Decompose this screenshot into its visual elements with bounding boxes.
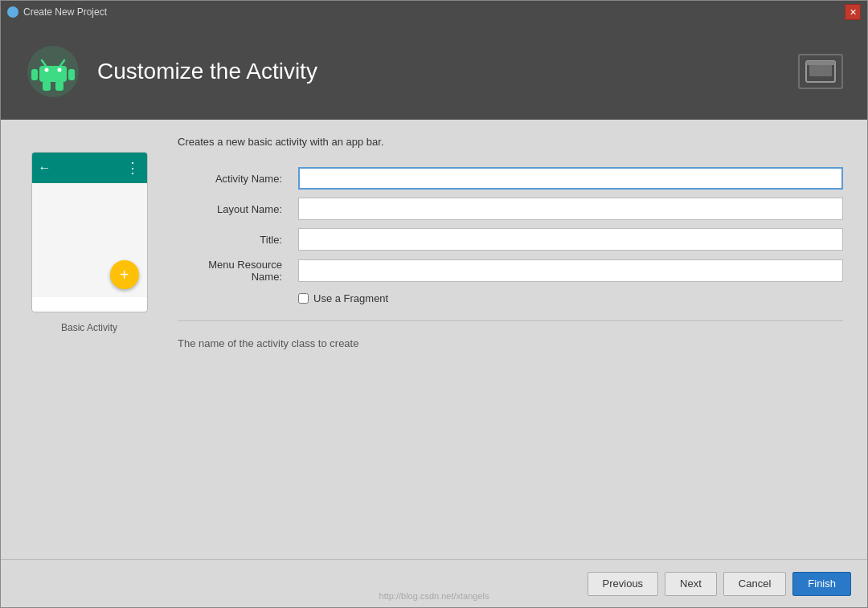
fragment-checkbox-row: Use a Fragment bbox=[298, 292, 843, 304]
phone-app-bar: ← ⋮ bbox=[32, 153, 147, 183]
svg-rect-8 bbox=[43, 81, 51, 91]
left-panel: ← ⋮ + Basic Activity bbox=[25, 136, 154, 543]
svg-point-2 bbox=[45, 68, 49, 72]
svg-point-3 bbox=[58, 68, 62, 72]
svg-rect-1 bbox=[39, 66, 67, 82]
use-fragment-checkbox[interactable] bbox=[298, 293, 309, 304]
svg-rect-12 bbox=[806, 61, 835, 65]
phone-content-area: + bbox=[32, 183, 147, 297]
form-grid: Activity Name: Layout Name: Title: Menu … bbox=[178, 167, 843, 283]
phone-mockup: ← ⋮ + bbox=[31, 152, 148, 312]
activity-type-label: Basic Activity bbox=[61, 322, 117, 333]
menu-resource-input[interactable] bbox=[298, 259, 843, 282]
window-title: Create New Project bbox=[23, 6, 107, 18]
phone-menu-icon: ⋮ bbox=[125, 159, 141, 177]
main-window: Create New Project ✕ Customize the Activ… bbox=[0, 0, 868, 608]
svg-rect-7 bbox=[68, 69, 75, 80]
close-button[interactable]: ✕ bbox=[845, 4, 861, 20]
svg-rect-6 bbox=[31, 69, 38, 80]
header: Customize the Activity bbox=[1, 23, 867, 120]
divider bbox=[178, 320, 843, 321]
app-icon bbox=[7, 6, 18, 18]
finish-button[interactable]: Finish bbox=[792, 572, 851, 596]
title-input[interactable] bbox=[298, 228, 843, 251]
activity-name-label: Activity Name: bbox=[178, 173, 290, 185]
right-panel: Creates a new basic activity with an app… bbox=[178, 136, 843, 543]
hint-text: The name of the activity class to create bbox=[178, 337, 843, 349]
android-logo-icon bbox=[25, 43, 81, 100]
bottom-wrapper: Previous Next Cancel Finish http://blog.… bbox=[1, 559, 867, 607]
title-bar: Create New Project ✕ bbox=[1, 1, 867, 23]
use-fragment-label[interactable]: Use a Fragment bbox=[313, 292, 388, 304]
cancel-button[interactable]: Cancel bbox=[723, 572, 786, 596]
activity-name-input[interactable] bbox=[298, 167, 843, 190]
phone-fab: + bbox=[110, 260, 139, 289]
svg-rect-9 bbox=[55, 81, 63, 91]
svg-rect-11 bbox=[809, 63, 832, 76]
watermark-text: http://blog.csdn.net/xtangels bbox=[379, 591, 489, 601]
layout-name-input[interactable] bbox=[298, 198, 843, 220]
main-content: ← ⋮ + Basic Activity Creates a new basic… bbox=[1, 120, 867, 559]
title-bar-left: Create New Project bbox=[7, 6, 107, 18]
previous-button[interactable]: Previous bbox=[588, 572, 659, 596]
preview-icon bbox=[798, 54, 843, 89]
menu-resource-label: Menu Resource Name: bbox=[178, 259, 290, 283]
next-button[interactable]: Next bbox=[665, 572, 717, 596]
page-title: Customize the Activity bbox=[97, 59, 317, 84]
description-text: Creates a new basic activity with an app… bbox=[178, 136, 843, 148]
layout-name-label: Layout Name: bbox=[178, 203, 290, 215]
content-area: ← ⋮ + Basic Activity Creates a new basic… bbox=[25, 136, 843, 543]
title-label: Title: bbox=[178, 234, 290, 246]
phone-back-icon: ← bbox=[39, 161, 51, 175]
